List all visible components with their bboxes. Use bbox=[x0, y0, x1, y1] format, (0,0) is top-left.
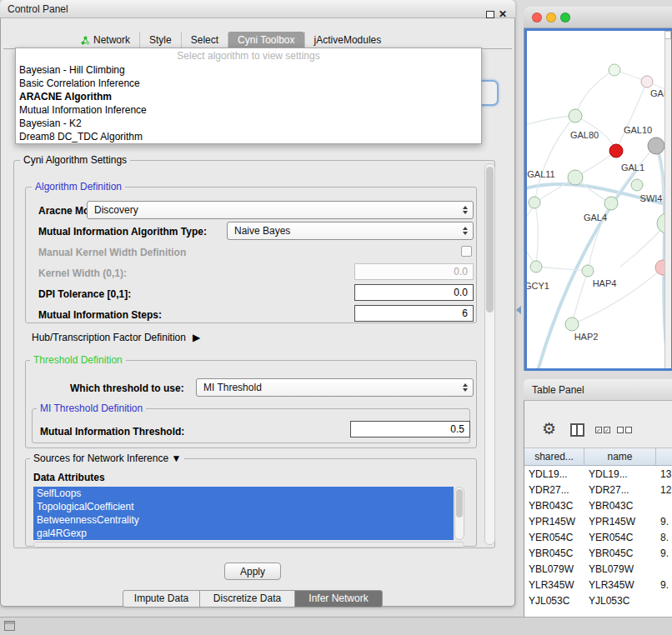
dropdown-item[interactable]: Bayesian - K2 bbox=[16, 117, 481, 130]
table-row[interactable]: YDR27...YDR27...12 bbox=[524, 482, 672, 498]
table-cell-name: YBR043C bbox=[584, 500, 656, 512]
control-panel-tabbar: Network Style Select Cyni Toolbox jActiv… bbox=[72, 32, 390, 48]
mi-steps-field[interactable]: 6 bbox=[354, 305, 474, 322]
attribute-item-selected[interactable]: gal4RGexp bbox=[33, 527, 454, 540]
control-panel-titlebar[interactable]: Control Panel bbox=[0, 0, 515, 18]
gear-icon[interactable]: ⚙ bbox=[542, 419, 556, 438]
deselect-all-icon[interactable] bbox=[617, 427, 632, 433]
attribute-list-scrollbar-thumb[interactable] bbox=[456, 489, 463, 518]
desktop: Control Panel ✕ Network Style Select Cyn… bbox=[0, 0, 672, 635]
network-node[interactable] bbox=[568, 170, 583, 185]
table-cell-name: YBL079W bbox=[584, 563, 656, 575]
network-node[interactable] bbox=[569, 109, 582, 122]
network-node[interactable] bbox=[641, 76, 653, 88]
network-edge[interactable] bbox=[616, 82, 647, 151]
table-row[interactable]: YBR045CYBR045C9. bbox=[524, 545, 672, 561]
attribute-list-hscrollbar[interactable] bbox=[33, 542, 464, 548]
table-cell-shared: YBL079W bbox=[524, 563, 584, 575]
mi-threshold-label: Mutual Information Threshold: bbox=[40, 426, 184, 438]
close-icon[interactable]: ✕ bbox=[499, 8, 507, 20]
column-header-shared[interactable]: shared... bbox=[524, 448, 584, 465]
node-label: GAL80 bbox=[570, 130, 599, 140]
tab-infer-network[interactable]: Infer Network bbox=[294, 590, 383, 608]
table-row[interactable]: YER054CYER054C8. bbox=[524, 529, 672, 545]
zoom-traffic-light[interactable] bbox=[560, 12, 570, 22]
table-row[interactable]: YBR043CYBR043C bbox=[524, 498, 672, 513]
table-cell-value: 9. bbox=[656, 516, 672, 528]
network-node[interactable] bbox=[604, 197, 618, 210]
network-node[interactable] bbox=[565, 318, 579, 331]
tab-discretize-data[interactable]: Discretize Data bbox=[199, 590, 295, 608]
settings-scrollbar[interactable] bbox=[484, 163, 495, 545]
dropdown-item[interactable]: Mutual Information Inference bbox=[16, 103, 481, 117]
table-row[interactable]: YDL19...YDL19...13 bbox=[524, 466, 672, 482]
column-header-name[interactable]: name bbox=[584, 448, 656, 465]
unchecked-box-icon bbox=[625, 427, 632, 433]
tab-style[interactable]: Style bbox=[139, 32, 181, 48]
kernel-width-field[interactable]: 0.0 bbox=[354, 263, 474, 280]
network-edge[interactable] bbox=[534, 116, 575, 202]
tab-jactivemodules[interactable]: jActiveModules bbox=[304, 32, 391, 48]
dropdown-item[interactable]: Dream8 DC_TDC Algorithm bbox=[16, 130, 481, 143]
tab-impute-data[interactable]: Impute Data bbox=[123, 590, 200, 608]
close-traffic-light[interactable] bbox=[532, 12, 542, 22]
attribute-item-selected[interactable]: TopologicalCoefficient bbox=[33, 500, 454, 513]
which-threshold-combobox[interactable]: MI Threshold bbox=[196, 378, 474, 397]
combo-arrows-icon bbox=[463, 383, 468, 392]
table-cell-value: 9. bbox=[656, 548, 672, 559]
splitter-handle-icon[interactable] bbox=[516, 306, 521, 314]
tab-select[interactable]: Select bbox=[181, 32, 228, 48]
table-row[interactable]: YLR345WYLR345W9. bbox=[524, 577, 672, 592]
attribute-item-selected[interactable]: SelfLoops bbox=[33, 487, 454, 500]
manual-kernel-checkbox[interactable] bbox=[461, 246, 472, 257]
network-node[interactable] bbox=[529, 197, 540, 208]
network-scrollbar-button[interactable] bbox=[664, 31, 671, 39]
minimize-traffic-light[interactable] bbox=[546, 12, 556, 22]
network-node[interactable] bbox=[631, 179, 643, 191]
dropdown-item-selected[interactable]: ARACNE Algorithm bbox=[16, 90, 481, 103]
network-node[interactable] bbox=[609, 144, 623, 158]
table-body: YDL19...YDL19...13YDR27...YDR27...12YBR0… bbox=[524, 466, 672, 635]
select-all-icon[interactable]: ✓✓ bbox=[595, 427, 610, 433]
attribute-list-scrollbar[interactable] bbox=[454, 487, 464, 540]
dpi-tolerance-field[interactable]: 0.0 bbox=[354, 284, 474, 301]
tab-cyni-toolbox[interactable]: Cyni Toolbox bbox=[228, 32, 303, 48]
table-cell-shared: YDL19... bbox=[524, 468, 584, 480]
network-edge[interactable] bbox=[536, 267, 588, 271]
network-node[interactable] bbox=[648, 138, 664, 154]
table-panel-title: Table Panel bbox=[532, 384, 584, 396]
table-row[interactable]: YJL053CYJL053C bbox=[524, 592, 672, 608]
algorithm-dropdown-list: Select algorithm to view settings Bayesi… bbox=[15, 48, 482, 144]
network-node[interactable] bbox=[530, 261, 542, 272]
table-panel-titlebar[interactable]: Table Panel bbox=[524, 379, 672, 401]
mi-threshold-field[interactable]: 0.5 bbox=[350, 421, 470, 438]
collapsed-panel-icon[interactable] bbox=[4, 621, 15, 631]
mi-type-combobox[interactable]: Naive Bayes bbox=[227, 222, 474, 240]
cyni-settings-legend: Cyni Algorithm Settings bbox=[20, 154, 130, 166]
sources-legend-toggle[interactable]: Sources for Network Inference ▼ bbox=[30, 452, 184, 464]
tab-network[interactable]: Network bbox=[72, 32, 139, 48]
dropdown-item[interactable]: Bayesian - Hill Climbing bbox=[16, 63, 481, 77]
show-columns-icon[interactable] bbox=[570, 423, 584, 437]
which-threshold-label: Which threshold to use: bbox=[70, 382, 184, 394]
network-node[interactable] bbox=[609, 64, 620, 76]
table-row[interactable]: YPR145WYPR145W9. bbox=[524, 513, 672, 529]
apply-button[interactable]: Apply bbox=[224, 562, 281, 580]
tab-label: Cyni Toolbox bbox=[238, 32, 294, 48]
attribute-item-selected[interactable]: BetweennessCentrality bbox=[33, 513, 454, 527]
network-edge[interactable] bbox=[575, 70, 614, 116]
dropdown-placeholder: Select algorithm to view settings bbox=[16, 48, 481, 63]
network-node[interactable] bbox=[582, 265, 594, 277]
control-panel-title: Control Panel bbox=[8, 3, 68, 15]
table-row[interactable]: YBL079WYBL079W bbox=[524, 561, 672, 577]
network-edge[interactable] bbox=[534, 202, 538, 267]
dropdown-item[interactable]: Basic Correlation Inference bbox=[16, 77, 481, 90]
float-window-icon[interactable] bbox=[486, 11, 494, 18]
aracne-mode-combobox[interactable]: Discovery bbox=[87, 201, 474, 219]
hub-section-toggle[interactable]: Hub/Transcription Factor Definition▶ bbox=[32, 332, 200, 343]
network-edge[interactable] bbox=[572, 271, 588, 324]
column-header-extra[interactable] bbox=[656, 448, 672, 465]
expand-triangle-icon: ▶ bbox=[193, 332, 200, 343]
network-scrollbar[interactable] bbox=[664, 31, 671, 368]
settings-scrollbar-thumb[interactable] bbox=[486, 167, 494, 312]
